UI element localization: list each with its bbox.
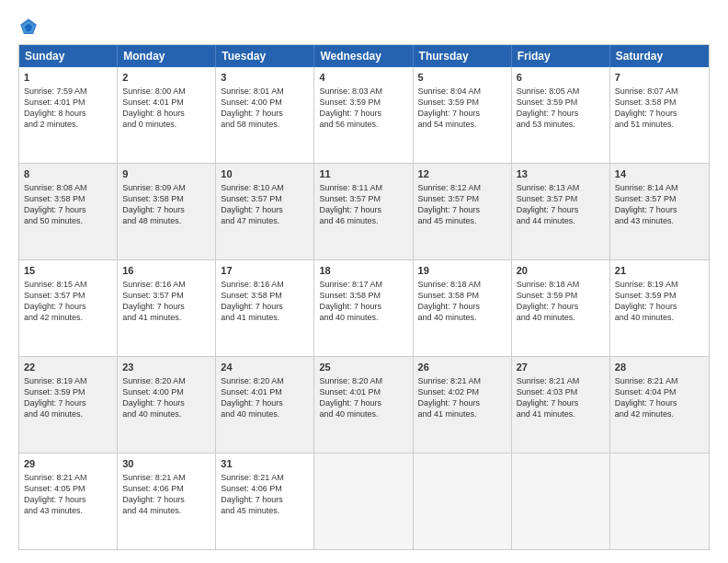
week-row-3: 15Sunrise: 8:15 AM Sunset: 3:57 PM Dayli…	[19, 259, 709, 356]
day-info: Sunrise: 8:15 AM Sunset: 3:57 PM Dayligh…	[24, 279, 112, 324]
day-cell-14: 14Sunrise: 8:14 AM Sunset: 3:57 PM Dayli…	[610, 164, 709, 259]
calendar: SundayMondayTuesdayWednesdayThursdayFrid…	[18, 44, 710, 550]
day-cell-1: 1Sunrise: 7:59 AM Sunset: 4:01 PM Daylig…	[19, 67, 118, 163]
day-number: 10	[221, 167, 309, 181]
day-info: Sunrise: 8:21 AM Sunset: 4:06 PM Dayligh…	[221, 472, 309, 517]
day-number: 31	[221, 457, 309, 471]
day-header-monday: Monday	[118, 45, 216, 67]
day-info: Sunrise: 8:16 AM Sunset: 3:58 PM Dayligh…	[221, 279, 309, 324]
day-cell-18: 18Sunrise: 8:17 AM Sunset: 3:58 PM Dayli…	[314, 260, 413, 356]
day-number: 13	[517, 167, 605, 181]
day-cell-4: 4Sunrise: 8:03 AM Sunset: 3:59 PM Daylig…	[314, 67, 413, 163]
day-number: 16	[122, 264, 210, 278]
day-info: Sunrise: 8:12 AM Sunset: 3:57 PM Dayligh…	[418, 182, 506, 227]
day-cell-16: 16Sunrise: 8:16 AM Sunset: 3:57 PM Dayli…	[118, 260, 216, 356]
day-header-wednesday: Wednesday	[314, 45, 413, 67]
day-number: 23	[122, 361, 210, 374]
day-info: Sunrise: 8:08 AM Sunset: 3:58 PM Dayligh…	[24, 182, 112, 227]
day-cell-empty	[314, 454, 413, 549]
day-info: Sunrise: 8:03 AM Sunset: 3:59 PM Dayligh…	[319, 86, 407, 131]
logo-icon	[18, 17, 39, 37]
day-number: 6	[517, 71, 605, 85]
day-number: 12	[418, 167, 506, 181]
day-cell-27: 27Sunrise: 8:21 AM Sunset: 4:03 PM Dayli…	[512, 357, 610, 453]
day-cell-12: 12Sunrise: 8:12 AM Sunset: 3:57 PM Dayli…	[414, 164, 512, 259]
day-number: 2	[122, 71, 210, 85]
day-cell-31: 31Sunrise: 8:21 AM Sunset: 4:06 PM Dayli…	[216, 454, 314, 549]
day-number: 29	[24, 457, 112, 471]
day-info: Sunrise: 8:21 AM Sunset: 4:03 PM Dayligh…	[517, 375, 605, 420]
logo	[18, 17, 42, 37]
day-info: Sunrise: 8:05 AM Sunset: 3:59 PM Dayligh…	[517, 86, 605, 131]
day-info: Sunrise: 8:17 AM Sunset: 3:58 PM Dayligh…	[319, 279, 407, 324]
day-cell-23: 23Sunrise: 8:20 AM Sunset: 4:00 PM Dayli…	[118, 357, 216, 453]
day-cell-empty	[414, 454, 512, 549]
day-cell-20: 20Sunrise: 8:18 AM Sunset: 3:59 PM Dayli…	[512, 260, 610, 356]
day-cell-29: 29Sunrise: 8:21 AM Sunset: 4:05 PM Dayli…	[19, 454, 118, 549]
day-number: 25	[319, 361, 407, 374]
day-info: Sunrise: 8:00 AM Sunset: 4:01 PM Dayligh…	[122, 86, 210, 131]
day-cell-11: 11Sunrise: 8:11 AM Sunset: 3:57 PM Dayli…	[314, 164, 413, 259]
day-cell-7: 7Sunrise: 8:07 AM Sunset: 3:58 PM Daylig…	[610, 67, 709, 163]
day-cell-17: 17Sunrise: 8:16 AM Sunset: 3:58 PM Dayli…	[216, 260, 314, 356]
week-row-4: 22Sunrise: 8:19 AM Sunset: 3:59 PM Dayli…	[19, 356, 709, 453]
day-info: Sunrise: 8:21 AM Sunset: 4:05 PM Dayligh…	[24, 472, 112, 517]
day-header-thursday: Thursday	[414, 45, 512, 67]
day-number: 28	[615, 361, 704, 374]
day-cell-13: 13Sunrise: 8:13 AM Sunset: 3:57 PM Dayli…	[512, 164, 610, 259]
day-number: 24	[221, 361, 309, 374]
day-number: 27	[517, 361, 605, 374]
day-number: 17	[221, 264, 309, 278]
day-cell-19: 19Sunrise: 8:18 AM Sunset: 3:58 PM Dayli…	[414, 260, 512, 356]
day-cell-empty	[512, 454, 610, 549]
week-row-5: 29Sunrise: 8:21 AM Sunset: 4:05 PM Dayli…	[19, 453, 709, 549]
day-cell-15: 15Sunrise: 8:15 AM Sunset: 3:57 PM Dayli…	[19, 260, 118, 356]
day-info: Sunrise: 8:20 AM Sunset: 4:01 PM Dayligh…	[319, 375, 407, 420]
day-number: 9	[122, 167, 210, 181]
day-number: 19	[418, 264, 506, 278]
day-info: Sunrise: 8:21 AM Sunset: 4:06 PM Dayligh…	[122, 472, 210, 517]
day-cell-2: 2Sunrise: 8:00 AM Sunset: 4:01 PM Daylig…	[118, 67, 216, 163]
day-info: Sunrise: 8:07 AM Sunset: 3:58 PM Dayligh…	[615, 86, 704, 131]
day-info: Sunrise: 8:13 AM Sunset: 3:57 PM Dayligh…	[517, 182, 605, 227]
day-info: Sunrise: 8:16 AM Sunset: 3:57 PM Dayligh…	[122, 279, 210, 324]
day-number: 7	[615, 71, 704, 85]
day-number: 20	[517, 264, 605, 278]
day-info: Sunrise: 8:20 AM Sunset: 4:00 PM Dayligh…	[122, 375, 210, 420]
day-number: 21	[615, 264, 704, 278]
header	[18, 17, 710, 37]
day-number: 14	[615, 167, 704, 181]
day-number: 22	[24, 361, 112, 374]
day-cell-10: 10Sunrise: 8:10 AM Sunset: 3:57 PM Dayli…	[216, 164, 314, 259]
week-row-1: 1Sunrise: 7:59 AM Sunset: 4:01 PM Daylig…	[19, 67, 709, 163]
day-info: Sunrise: 8:18 AM Sunset: 3:58 PM Dayligh…	[418, 279, 506, 324]
day-cell-25: 25Sunrise: 8:20 AM Sunset: 4:01 PM Dayli…	[314, 357, 413, 453]
calendar-body: 1Sunrise: 7:59 AM Sunset: 4:01 PM Daylig…	[19, 67, 709, 549]
day-number: 26	[418, 361, 506, 374]
day-cell-8: 8Sunrise: 8:08 AM Sunset: 3:58 PM Daylig…	[19, 164, 118, 259]
day-number: 5	[418, 71, 506, 85]
day-info: Sunrise: 8:04 AM Sunset: 3:59 PM Dayligh…	[418, 86, 506, 131]
day-header-friday: Friday	[512, 45, 610, 67]
day-header-tuesday: Tuesday	[216, 45, 314, 67]
day-info: Sunrise: 7:59 AM Sunset: 4:01 PM Dayligh…	[24, 86, 112, 131]
day-info: Sunrise: 8:19 AM Sunset: 3:59 PM Dayligh…	[24, 375, 112, 420]
day-info: Sunrise: 8:14 AM Sunset: 3:57 PM Dayligh…	[615, 182, 704, 227]
day-number: 3	[221, 71, 309, 85]
week-row-2: 8Sunrise: 8:08 AM Sunset: 3:58 PM Daylig…	[19, 163, 709, 259]
day-info: Sunrise: 8:20 AM Sunset: 4:01 PM Dayligh…	[221, 375, 309, 420]
day-cell-24: 24Sunrise: 8:20 AM Sunset: 4:01 PM Dayli…	[216, 357, 314, 453]
day-number: 30	[122, 457, 210, 471]
day-header-saturday: Saturday	[610, 45, 709, 67]
day-cell-22: 22Sunrise: 8:19 AM Sunset: 3:59 PM Dayli…	[19, 357, 118, 453]
day-number: 1	[24, 71, 112, 85]
day-info: Sunrise: 8:09 AM Sunset: 3:58 PM Dayligh…	[122, 182, 210, 227]
day-cell-3: 3Sunrise: 8:01 AM Sunset: 4:00 PM Daylig…	[216, 67, 314, 163]
day-cell-21: 21Sunrise: 8:19 AM Sunset: 3:59 PM Dayli…	[610, 260, 709, 356]
day-cell-9: 9Sunrise: 8:09 AM Sunset: 3:58 PM Daylig…	[118, 164, 216, 259]
day-cell-empty	[610, 454, 709, 549]
day-info: Sunrise: 8:21 AM Sunset: 4:02 PM Dayligh…	[418, 375, 506, 420]
day-info: Sunrise: 8:01 AM Sunset: 4:00 PM Dayligh…	[221, 86, 309, 131]
calendar-header-row: SundayMondayTuesdayWednesdayThursdayFrid…	[19, 45, 709, 67]
day-info: Sunrise: 8:10 AM Sunset: 3:57 PM Dayligh…	[221, 182, 309, 227]
